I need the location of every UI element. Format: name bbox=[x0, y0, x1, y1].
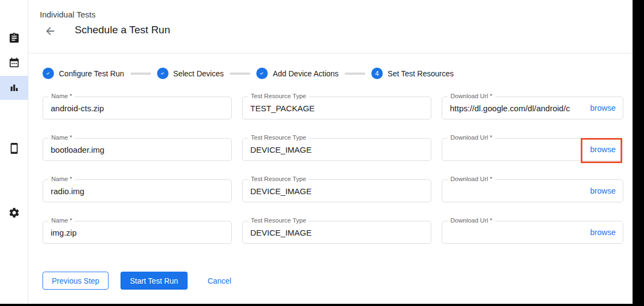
step-number-badge: 4 bbox=[371, 68, 383, 79]
window-bottom-edge bbox=[0, 304, 644, 306]
resource-type-input[interactable] bbox=[243, 180, 431, 202]
name-field: Name * bbox=[43, 138, 232, 161]
download-url-field: Download Url * browse bbox=[442, 138, 623, 161]
smartphone-icon bbox=[8, 142, 20, 154]
download-url-field-label: Download Url * bbox=[448, 134, 495, 141]
resource-type-field-label: Test Resource Type bbox=[248, 134, 309, 141]
footer-actions: Previous Step Start Test Run Cancel bbox=[43, 272, 231, 290]
resource-type-field: Test Resource Type bbox=[242, 138, 431, 161]
name-field: Name * bbox=[43, 221, 232, 244]
resource-type-field-label: Test Resource Type bbox=[248, 176, 309, 182]
sidebar bbox=[0, 0, 28, 304]
step-connector bbox=[230, 73, 250, 75]
window-right-edge bbox=[633, 0, 644, 306]
step-add-device-actions[interactable]: Add Device Actions bbox=[256, 68, 339, 79]
gear-icon bbox=[8, 207, 20, 219]
resource-type-field: Test Resource Type bbox=[242, 221, 431, 244]
sidebar-item-test-runs[interactable] bbox=[0, 76, 28, 100]
browse-link[interactable]: browse bbox=[586, 145, 623, 154]
name-field: Name * bbox=[43, 179, 232, 202]
page-title: Schedule a Test Run bbox=[75, 24, 170, 36]
sidebar-item-devices[interactable] bbox=[0, 136, 28, 160]
step-connector bbox=[130, 73, 151, 75]
name-field: Name * bbox=[43, 97, 232, 119]
step-connector bbox=[345, 73, 365, 75]
name-field-label: Name * bbox=[49, 93, 75, 99]
sidebar-item-tests[interactable] bbox=[0, 26, 28, 50]
calendar-icon bbox=[8, 57, 20, 69]
back-button[interactable] bbox=[43, 24, 57, 38]
resource-type-field: Test Resource Type bbox=[242, 179, 431, 202]
breadcrumb: Individual Tests bbox=[40, 10, 95, 19]
step-set-test-resources[interactable]: 4 Set Test Resources bbox=[371, 68, 454, 79]
cancel-button[interactable]: Cancel bbox=[208, 272, 232, 290]
name-input[interactable] bbox=[43, 221, 231, 243]
step-label: Add Device Actions bbox=[273, 69, 339, 78]
name-field-label: Name * bbox=[49, 217, 75, 224]
previous-step-button[interactable]: Previous Step bbox=[43, 272, 109, 290]
clipboard-icon bbox=[8, 32, 20, 44]
step-check-icon bbox=[157, 68, 168, 79]
resource-type-input[interactable] bbox=[243, 97, 431, 119]
step-check-icon bbox=[256, 68, 268, 79]
step-label: Configure Test Run bbox=[59, 69, 124, 78]
resource-type-field-label: Test Resource Type bbox=[248, 217, 309, 224]
arrow-back-icon bbox=[44, 25, 56, 37]
step-label: Select Devices bbox=[173, 69, 224, 78]
browse-link[interactable]: browse bbox=[586, 104, 623, 112]
bar-chart-icon bbox=[8, 82, 20, 94]
name-input[interactable] bbox=[43, 139, 231, 160]
browse-link[interactable]: browse bbox=[586, 228, 623, 237]
sidebar-item-plans[interactable] bbox=[0, 51, 28, 75]
stepper: Configure Test Run Select Devices Add De… bbox=[43, 68, 454, 79]
download-url-field-label: Download Url * bbox=[448, 217, 495, 224]
download-url-field: Download Url * https://dl.google.com/dl/… bbox=[442, 97, 623, 119]
download-url-field-label: Download Url * bbox=[448, 176, 495, 182]
browse-link[interactable]: browse bbox=[586, 187, 623, 195]
name-field-label: Name * bbox=[49, 134, 75, 141]
resource-type-input[interactable] bbox=[243, 221, 431, 243]
start-test-run-button[interactable]: Start Test Run bbox=[121, 272, 187, 290]
name-field-label: Name * bbox=[49, 176, 75, 182]
step-configure-test-run[interactable]: Configure Test Run bbox=[43, 68, 124, 79]
download-url-field: Download Url * browse bbox=[442, 221, 623, 244]
header-divider bbox=[29, 53, 633, 53]
step-select-devices[interactable]: Select Devices bbox=[157, 68, 224, 79]
download-url-value[interactable]: https://dl.google.com/dl/android/c bbox=[442, 104, 586, 113]
resource-type-field: Test Resource Type bbox=[242, 97, 431, 119]
resource-type-field-label: Test Resource Type bbox=[248, 93, 309, 99]
sidebar-item-settings[interactable] bbox=[0, 201, 28, 225]
download-url-field: Download Url * browse bbox=[442, 179, 623, 202]
name-input[interactable] bbox=[43, 180, 231, 202]
resource-type-input[interactable] bbox=[243, 139, 431, 160]
step-label: Set Test Resources bbox=[388, 69, 454, 78]
name-input[interactable] bbox=[43, 97, 231, 119]
download-url-field-label: Download Url * bbox=[448, 93, 495, 99]
test-resources-form: Name * Test Resource Type Download Url *… bbox=[43, 97, 623, 244]
step-check-icon bbox=[43, 68, 54, 79]
